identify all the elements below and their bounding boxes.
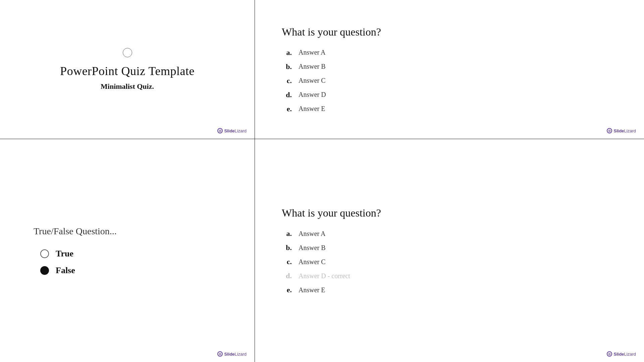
slide-4-answer-b: b. Answer B bbox=[282, 243, 617, 252]
slide-1-title: PowerPoint Quiz Template Minimalist Quiz… bbox=[0, 0, 255, 139]
slide-2-text-a: Answer A bbox=[299, 49, 326, 56]
slide-4-text-b: Answer B bbox=[299, 244, 326, 252]
slide-1-main-title: PowerPoint Quiz Template bbox=[60, 64, 195, 78]
slide-3-logo-lizard: Lizard bbox=[235, 352, 247, 357]
slide-4-logo-lizard: Lizard bbox=[624, 352, 636, 357]
slide-3-option-false: False bbox=[40, 265, 75, 276]
slide-2-label-e: e. bbox=[282, 105, 292, 113]
slide-3-logo-slide: Slide bbox=[224, 352, 235, 357]
slide-3-truefalse: True/False Question... True False ◎ Slid… bbox=[0, 139, 255, 362]
slide-2-answer-c: c. Answer C bbox=[282, 76, 617, 85]
slide-3-options: True False bbox=[40, 249, 75, 276]
slide-4-logo-slide: Slide bbox=[614, 352, 624, 357]
slide-2-label-c: c. bbox=[282, 76, 292, 85]
slide-4-answer-d: d. Answer D - correct bbox=[282, 272, 617, 280]
slide-4-answer-e: e. Answer E bbox=[282, 286, 617, 294]
slide-4-label-d: d. bbox=[282, 272, 292, 280]
slide-4-answer-a: a. Answer A bbox=[282, 229, 617, 238]
slide-4-text-c: Answer C bbox=[299, 258, 326, 266]
slide-2-label-a: a. bbox=[282, 48, 292, 57]
slide-2-text-e: Answer E bbox=[299, 105, 325, 113]
slide-3-logo: ◎ SlideLizard bbox=[217, 351, 247, 357]
slide-3-logo-icon: ◎ bbox=[217, 351, 223, 357]
slide-2-logo-icon: ◎ bbox=[607, 128, 612, 133]
slide-4-label-b: b. bbox=[282, 243, 292, 252]
slide-3-radio-false bbox=[40, 266, 49, 275]
slide-2-label-d: d. bbox=[282, 90, 292, 99]
slide-2-text-d: Answer D bbox=[299, 91, 326, 99]
title-circle-decoration bbox=[123, 48, 132, 57]
slide-2-text-c: Answer C bbox=[299, 77, 326, 84]
slide-grid: PowerPoint Quiz Template Minimalist Quiz… bbox=[0, 0, 644, 362]
slide-1-logo: ◎ SlideLizard bbox=[217, 128, 247, 133]
slide-4-label-c: c. bbox=[282, 257, 292, 266]
slide-2-answer-a: a. Answer A bbox=[282, 48, 617, 57]
slide-2-logo-lizard: Lizard bbox=[624, 128, 636, 133]
slide-1-logo-slide: Slide bbox=[224, 128, 235, 133]
slide-4-text-a: Answer A bbox=[299, 230, 326, 238]
slide-1-logo-lizard: Lizard bbox=[235, 128, 247, 133]
slide-4-label-e: e. bbox=[282, 286, 292, 294]
slide-2-question: What is your question? a. Answer A b. An… bbox=[255, 0, 644, 139]
slide-2-answer-e: e. Answer E bbox=[282, 105, 617, 113]
slide-3-label-true: True bbox=[56, 249, 73, 259]
slide-4-logo: ◎ SlideLizard bbox=[607, 351, 636, 357]
slide-2-text-b: Answer B bbox=[299, 63, 326, 70]
slide-3-option-true: True bbox=[40, 249, 75, 259]
slide-3-label-false: False bbox=[56, 265, 75, 276]
slide-4-answer-list: a. Answer A b. Answer B c. Answer C d. A… bbox=[282, 229, 617, 294]
slide-3-question-text: True/False Question... bbox=[34, 226, 117, 237]
slide-4-text-e: Answer E bbox=[299, 286, 325, 294]
slide-4-question-text: What is your question? bbox=[282, 207, 617, 219]
slide-2-answer-d: d. Answer D bbox=[282, 90, 617, 99]
slide-2-question-text: What is your question? bbox=[282, 26, 617, 38]
slide-3-radio-true bbox=[40, 249, 49, 258]
slide-1-logo-icon: ◎ bbox=[217, 128, 223, 133]
slide-2-answer-list: a. Answer A b. Answer B c. Answer C d. A… bbox=[282, 48, 617, 113]
slide-4-answer-c: c. Answer C bbox=[282, 257, 617, 266]
slide-4-text-d: Answer D - correct bbox=[299, 272, 350, 280]
slide-4-label-a: a. bbox=[282, 229, 292, 238]
slide-1-subtitle: Minimalist Quiz. bbox=[101, 82, 154, 91]
slide-2-answer-b: b. Answer B bbox=[282, 62, 617, 71]
slide-4-logo-icon: ◎ bbox=[607, 351, 612, 357]
slide-2-label-b: b. bbox=[282, 62, 292, 71]
slide-4-question: What is your question? a. Answer A b. An… bbox=[255, 139, 644, 362]
slide-2-logo: ◎ SlideLizard bbox=[607, 128, 636, 133]
slide-2-logo-slide: Slide bbox=[614, 128, 624, 133]
